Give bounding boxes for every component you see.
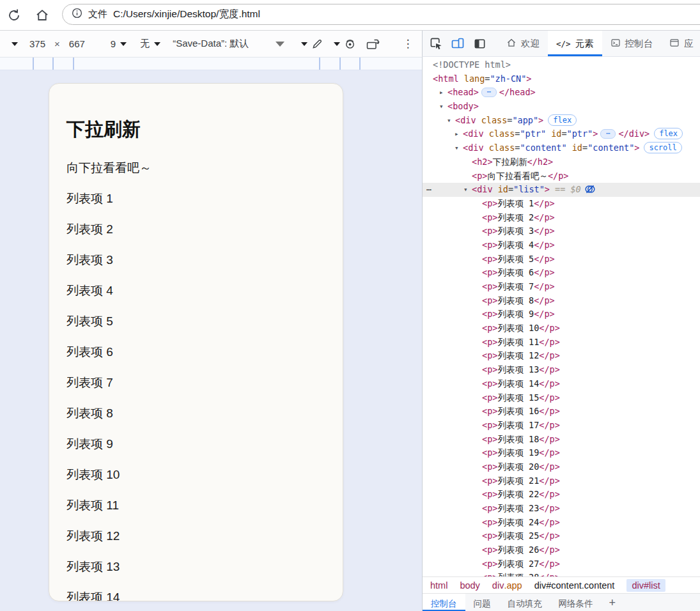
- dom-node-text: <div class="app">flex: [423, 114, 577, 128]
- vision-dropdown-icon[interactable]: [334, 42, 340, 46]
- media-query-tick: [319, 58, 320, 70]
- tab-label: 应: [684, 38, 694, 50]
- device-width-field[interactable]: 375: [29, 38, 45, 49]
- devtools-tab-应[interactable]: 应: [661, 31, 700, 56]
- breadcrumb-body[interactable]: body: [460, 580, 479, 591]
- drawer-tab-控制台[interactable]: 控制台: [423, 594, 465, 611]
- drawer-tab-问题[interactable]: 问题: [465, 594, 499, 611]
- reload-button[interactable]: [6, 8, 22, 23]
- pen-dropdown-icon[interactable]: [301, 42, 307, 46]
- device-height-field[interactable]: 667: [69, 38, 85, 49]
- media-query-bar[interactable]: [0, 58, 422, 70]
- dom-tree-row[interactable]: <p>列表项 6</p>: [423, 266, 700, 280]
- add-drawer-tab-button[interactable]: +: [602, 594, 624, 611]
- collapse-arrow-icon[interactable]: ▾: [439, 100, 444, 114]
- home-button[interactable]: [35, 8, 50, 23]
- focus-indicator-icon: [585, 184, 595, 198]
- dom-tree-row-selected[interactable]: ⋯▾<div id="list"> == $0: [423, 183, 700, 197]
- layout-badge-flex[interactable]: flex: [654, 128, 683, 139]
- dom-tree-row[interactable]: <p>列表项 27</p>: [423, 557, 700, 571]
- layout-badge-flex[interactable]: flex: [548, 114, 577, 126]
- dom-tree-row[interactable]: <p>列表项 7</p>: [423, 280, 700, 294]
- collapse-arrow-icon[interactable]: ▾: [447, 114, 451, 128]
- dom-tree-row[interactable]: <p>列表项 12</p>: [423, 349, 700, 363]
- dom-tree-row[interactable]: <p>列表项 15</p>: [423, 391, 700, 405]
- dom-tree-row[interactable]: <p>列表项 23</p>: [423, 502, 700, 516]
- dom-tree-row[interactable]: ▸<div class="ptr" id="ptr">⋯</div>flex: [423, 127, 700, 141]
- dom-tree-row[interactable]: <p>列表项 20</p>: [423, 460, 700, 474]
- devtools-tab-控制台[interactable]: 控制台: [602, 31, 662, 56]
- drawer-tab-自动填充[interactable]: 自动填充: [499, 594, 550, 611]
- dom-tree-row[interactable]: <p>列表项 13</p>: [423, 363, 700, 377]
- dom-tree-row[interactable]: ▸<head>⋯</head>: [423, 86, 700, 100]
- list-item: 列表项 6: [66, 343, 325, 361]
- dom-tree-row[interactable]: <html lang="zh-CN">: [423, 72, 700, 86]
- eyedropper-icon[interactable]: [311, 38, 323, 50]
- devtools-tab-元素[interactable]: </>元素: [548, 31, 602, 56]
- dom-tree-row[interactable]: <p>列表项 25</p>: [423, 529, 700, 543]
- expand-arrow-icon[interactable]: ▸: [439, 86, 444, 100]
- save-data-hint[interactable]: “Save-Data”: 默认: [173, 38, 249, 50]
- page-info-icon[interactable]: [72, 8, 82, 21]
- rotate-device-button[interactable]: [365, 37, 380, 50]
- expand-arrow-icon[interactable]: ▸: [455, 127, 459, 141]
- url-scheme-label: 文件: [88, 8, 107, 20]
- dom-tree-row[interactable]: <p>列表项 22</p>: [423, 488, 700, 502]
- list-item: 列表项 9: [66, 435, 325, 453]
- code-icon: </>: [556, 38, 571, 49]
- dom-tree-row[interactable]: <p>向下拉看看吧～</p>: [423, 169, 700, 183]
- dom-tree-row[interactable]: <p>列表项 17</p>: [423, 419, 700, 433]
- dom-tree-row[interactable]: <p>列表项 11</p>: [423, 336, 700, 350]
- devtools-tabs: 欢迎</>元素控制台应: [498, 31, 700, 56]
- dom-tree-row[interactable]: <p>列表项 1</p>: [423, 197, 700, 211]
- dom-tree-row[interactable]: <p>列表项 9</p>: [423, 307, 700, 321]
- collapse-arrow-icon[interactable]: ▾: [463, 183, 468, 197]
- hint-dropdown-icon[interactable]: [276, 42, 284, 47]
- address-bar[interactable]: 文件 C:/Users/xinjie/Desktop/宽度.html: [62, 4, 700, 25]
- dom-tree-row[interactable]: <p>列表项 3</p>: [423, 224, 700, 238]
- dom-node-text: <p>列表项 15</p>: [423, 391, 560, 405]
- breadcrumb-html[interactable]: html: [430, 580, 447, 591]
- dom-node-text: <p>列表项 6</p>: [423, 266, 555, 280]
- inspect-element-button[interactable]: [426, 34, 446, 53]
- dom-tree-row[interactable]: ▾<div class="app">flex: [423, 114, 700, 128]
- device-select-dropdown-icon[interactable]: [12, 42, 18, 46]
- collapse-arrow-icon[interactable]: ▾: [455, 141, 459, 155]
- zoom-dropdown-icon[interactable]: [120, 42, 127, 46]
- inline-expand-icon[interactable]: ⋯: [600, 129, 616, 139]
- row-options-icon[interactable]: ⋯: [426, 183, 432, 197]
- dom-tree-row[interactable]: <h2>下拉刷新</h2>: [423, 155, 700, 169]
- drawer-tab-网络条件[interactable]: 网络条件: [550, 594, 602, 611]
- tab-label: 控制台: [625, 38, 653, 50]
- dom-tree-row[interactable]: <p>列表项 21</p>: [423, 474, 700, 488]
- throttling-dropdown-icon[interactable]: [154, 42, 160, 46]
- dom-tree-row[interactable]: <p>列表项 18</p>: [423, 433, 700, 447]
- dom-tree-row[interactable]: ▾<body>: [423, 100, 700, 114]
- dom-tree-row[interactable]: <p>列表项 19</p>: [423, 446, 700, 460]
- url-text[interactable]: C:/Users/xinjie/Desktop/宽度.html: [113, 8, 260, 21]
- dom-tree-row[interactable]: <p>列表项 16</p>: [423, 405, 700, 419]
- devtools-tab-欢迎[interactable]: 欢迎: [498, 31, 548, 56]
- dom-tree-row[interactable]: ▾<div class="content" id="content">scrol…: [423, 141, 700, 155]
- dom-tree-row[interactable]: <p>列表项 26</p>: [423, 543, 700, 557]
- dock-side-button[interactable]: [470, 34, 489, 53]
- inline-expand-icon[interactable]: ⋯: [481, 88, 497, 97]
- breadcrumb-div.app[interactable]: div.app: [492, 580, 522, 591]
- toolbar-more-options-button[interactable]: ⋮: [402, 37, 413, 50]
- zoom-level-dropdown[interactable]: 9: [111, 38, 116, 49]
- dom-tree-row[interactable]: <p>列表项 10</p>: [423, 321, 700, 336]
- breadcrumb-div#content.content[interactable]: div#content.content: [534, 580, 615, 591]
- vision-deficiency-icon[interactable]: [344, 38, 356, 50]
- layout-badge-scroll[interactable]: scroll: [644, 142, 681, 153]
- dom-tree-row[interactable]: <p>列表项 4</p>: [423, 238, 700, 252]
- dom-tree-row[interactable]: <p>列表项 8</p>: [423, 294, 700, 308]
- dom-tree-row[interactable]: <!DOCTYPE html>: [423, 58, 700, 72]
- dom-tree-row[interactable]: <p>列表项 14</p>: [423, 377, 700, 391]
- dom-tree-row[interactable]: <p>列表项 2</p>: [423, 211, 700, 225]
- breadcrumb-div#list[interactable]: div#list: [626, 579, 665, 592]
- throttling-dropdown[interactable]: 无: [140, 38, 150, 50]
- dom-node-text: <p>列表项 8</p>: [423, 294, 555, 308]
- dom-tree-row[interactable]: <p>列表项 24</p>: [423, 516, 700, 530]
- dom-tree-row[interactable]: <p>列表项 5</p>: [423, 252, 700, 267]
- device-toolbar-toggle-button[interactable]: [448, 34, 467, 53]
